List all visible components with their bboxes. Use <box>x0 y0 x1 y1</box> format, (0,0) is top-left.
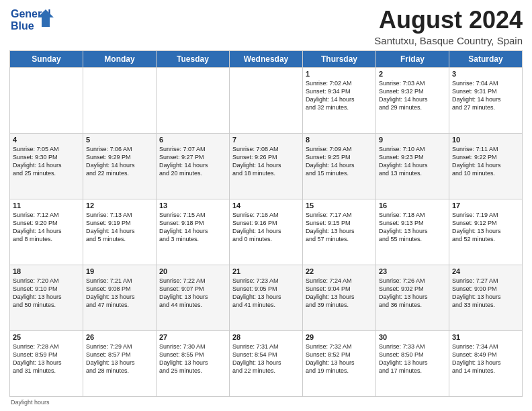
calendar-table: SundayMondayTuesdayWednesdayThursdayFrid… <box>9 50 523 397</box>
calendar-title: August 2024 <box>374 7 523 34</box>
cell-info: Sunrise: 7:07 AM Sunset: 9:27 PM Dayligh… <box>159 145 226 178</box>
cell-info: Sunrise: 7:05 AM Sunset: 9:30 PM Dayligh… <box>13 145 80 178</box>
calendar-cell: 26Sunrise: 7:29 AM Sunset: 8:57 PM Dayli… <box>83 330 157 396</box>
cell-info: Sunrise: 7:34 AM Sunset: 8:49 PM Dayligh… <box>452 342 519 375</box>
cell-day-number: 12 <box>86 201 153 210</box>
cell-day-number: 30 <box>379 333 446 341</box>
calendar-cell: 12Sunrise: 7:13 AM Sunset: 9:19 PM Dayli… <box>83 199 157 265</box>
cell-info: Sunrise: 7:32 AM Sunset: 8:52 PM Dayligh… <box>306 342 373 375</box>
cell-info: Sunrise: 7:09 AM Sunset: 9:25 PM Dayligh… <box>306 145 373 178</box>
cell-day-number: 5 <box>86 136 153 144</box>
day-header-friday: Friday <box>376 50 449 67</box>
cell-day-number: 17 <box>452 201 519 210</box>
calendar-cell: 14Sunrise: 7:16 AM Sunset: 9:16 PM Dayli… <box>230 199 303 265</box>
calendar-cell: 11Sunrise: 7:12 AM Sunset: 9:20 PM Dayli… <box>10 199 83 265</box>
cell-info: Sunrise: 7:31 AM Sunset: 8:54 PM Dayligh… <box>232 342 300 375</box>
cell-info: Sunrise: 7:33 AM Sunset: 8:50 PM Dayligh… <box>379 342 446 375</box>
calendar-cell: 6Sunrise: 7:07 AM Sunset: 9:27 PM Daylig… <box>157 133 230 199</box>
day-header-sunday: Sunday <box>10 50 83 67</box>
cell-day-number: 16 <box>379 201 446 210</box>
cell-info: Sunrise: 7:04 AM Sunset: 9:31 PM Dayligh… <box>452 79 519 112</box>
cell-info: Sunrise: 7:26 AM Sunset: 9:02 PM Dayligh… <box>379 277 446 310</box>
calendar-cell: 24Sunrise: 7:27 AM Sunset: 9:00 PM Dayli… <box>449 265 523 330</box>
footer-note: Daylight hours <box>9 399 523 406</box>
calendar-week-row: 4Sunrise: 7:05 AM Sunset: 9:30 PM Daylig… <box>10 133 523 199</box>
cell-info: Sunrise: 7:13 AM Sunset: 9:19 PM Dayligh… <box>86 211 153 244</box>
calendar-cell: 16Sunrise: 7:18 AM Sunset: 9:13 PM Dayli… <box>376 199 449 265</box>
cell-info: Sunrise: 7:03 AM Sunset: 9:32 PM Dayligh… <box>379 79 446 112</box>
cell-day-number: 2 <box>379 70 446 78</box>
cell-day-number: 10 <box>452 136 519 144</box>
cell-day-number: 26 <box>86 333 153 341</box>
day-header-tuesday: Tuesday <box>157 50 230 67</box>
day-header-thursday: Thursday <box>303 50 376 67</box>
cell-info: Sunrise: 7:06 AM Sunset: 9:29 PM Dayligh… <box>86 145 153 178</box>
cell-info: Sunrise: 7:30 AM Sunset: 8:55 PM Dayligh… <box>159 342 226 375</box>
cell-day-number: 4 <box>13 136 80 144</box>
header: GeneralBlue August 2024 Santutxu, Basque… <box>9 7 523 46</box>
cell-day-number: 13 <box>159 201 226 210</box>
cell-day-number: 8 <box>306 136 373 144</box>
calendar-cell: 20Sunrise: 7:22 AM Sunset: 9:07 PM Dayli… <box>157 265 230 330</box>
cell-info: Sunrise: 7:28 AM Sunset: 8:59 PM Dayligh… <box>13 342 80 375</box>
cell-day-number: 25 <box>13 333 80 341</box>
cell-day-number: 22 <box>306 267 373 275</box>
cell-day-number: 27 <box>159 333 226 341</box>
logo-icon: GeneralBlue <box>9 7 56 34</box>
calendar-week-row: 25Sunrise: 7:28 AM Sunset: 8:59 PM Dayli… <box>10 330 523 396</box>
calendar-cell <box>83 67 157 133</box>
calendar-page: GeneralBlue August 2024 Santutxu, Basque… <box>0 0 532 411</box>
cell-day-number: 19 <box>86 267 153 275</box>
cell-info: Sunrise: 7:22 AM Sunset: 9:07 PM Dayligh… <box>159 277 226 310</box>
cell-info: Sunrise: 7:19 AM Sunset: 9:12 PM Dayligh… <box>452 211 519 244</box>
cell-day-number: 7 <box>232 136 300 144</box>
cell-info: Sunrise: 7:16 AM Sunset: 9:16 PM Dayligh… <box>232 211 300 244</box>
cell-day-number: 6 <box>159 136 226 144</box>
logo: GeneralBlue <box>9 7 56 34</box>
calendar-week-row: 11Sunrise: 7:12 AM Sunset: 9:20 PM Dayli… <box>10 199 523 265</box>
cell-day-number: 9 <box>379 136 446 144</box>
calendar-cell: 9Sunrise: 7:10 AM Sunset: 9:23 PM Daylig… <box>376 133 449 199</box>
calendar-cell: 8Sunrise: 7:09 AM Sunset: 9:25 PM Daylig… <box>303 133 376 199</box>
calendar-cell: 19Sunrise: 7:21 AM Sunset: 9:08 PM Dayli… <box>83 265 157 330</box>
calendar-cell: 1Sunrise: 7:02 AM Sunset: 9:34 PM Daylig… <box>303 67 376 133</box>
cell-day-number: 20 <box>159 267 226 275</box>
cell-day-number: 21 <box>232 267 300 275</box>
calendar-cell: 4Sunrise: 7:05 AM Sunset: 9:30 PM Daylig… <box>10 133 83 199</box>
svg-text:Blue: Blue <box>11 20 34 32</box>
calendar-week-row: 18Sunrise: 7:20 AM Sunset: 9:10 PM Dayli… <box>10 265 523 330</box>
cell-info: Sunrise: 7:29 AM Sunset: 8:57 PM Dayligh… <box>86 342 153 375</box>
calendar-cell: 27Sunrise: 7:30 AM Sunset: 8:55 PM Dayli… <box>157 330 230 396</box>
cell-info: Sunrise: 7:15 AM Sunset: 9:18 PM Dayligh… <box>159 211 226 244</box>
cell-info: Sunrise: 7:02 AM Sunset: 9:34 PM Dayligh… <box>306 79 373 112</box>
cell-day-number: 28 <box>232 333 300 341</box>
calendar-cell: 5Sunrise: 7:06 AM Sunset: 9:29 PM Daylig… <box>83 133 157 199</box>
cell-day-number: 11 <box>13 201 80 210</box>
cell-info: Sunrise: 7:11 AM Sunset: 9:22 PM Dayligh… <box>452 145 519 178</box>
cell-day-number: 31 <box>452 333 519 341</box>
calendar-cell <box>10 67 83 133</box>
calendar-cell: 7Sunrise: 7:08 AM Sunset: 9:26 PM Daylig… <box>230 133 303 199</box>
cell-info: Sunrise: 7:21 AM Sunset: 9:08 PM Dayligh… <box>86 277 153 310</box>
calendar-cell: 17Sunrise: 7:19 AM Sunset: 9:12 PM Dayli… <box>449 199 523 265</box>
calendar-cell <box>157 67 230 133</box>
cell-info: Sunrise: 7:24 AM Sunset: 9:04 PM Dayligh… <box>306 277 373 310</box>
title-block: August 2024 Santutxu, Basque Country, Sp… <box>374 7 523 46</box>
calendar-cell: 15Sunrise: 7:17 AM Sunset: 9:15 PM Dayli… <box>303 199 376 265</box>
day-header-monday: Monday <box>83 50 157 67</box>
calendar-cell: 13Sunrise: 7:15 AM Sunset: 9:18 PM Dayli… <box>157 199 230 265</box>
day-header-wednesday: Wednesday <box>230 50 303 67</box>
calendar-cell: 10Sunrise: 7:11 AM Sunset: 9:22 PM Dayli… <box>449 133 523 199</box>
cell-info: Sunrise: 7:20 AM Sunset: 9:10 PM Dayligh… <box>13 277 80 310</box>
calendar-cell: 28Sunrise: 7:31 AM Sunset: 8:54 PM Dayli… <box>230 330 303 396</box>
day-header-saturday: Saturday <box>449 50 523 67</box>
calendar-cell: 3Sunrise: 7:04 AM Sunset: 9:31 PM Daylig… <box>449 67 523 133</box>
cell-info: Sunrise: 7:10 AM Sunset: 9:23 PM Dayligh… <box>379 145 446 178</box>
calendar-cell: 2Sunrise: 7:03 AM Sunset: 9:32 PM Daylig… <box>376 67 449 133</box>
cell-info: Sunrise: 7:18 AM Sunset: 9:13 PM Dayligh… <box>379 211 446 244</box>
cell-day-number: 29 <box>306 333 373 341</box>
cell-info: Sunrise: 7:27 AM Sunset: 9:00 PM Dayligh… <box>452 277 519 310</box>
calendar-subtitle: Santutxu, Basque Country, Spain <box>374 35 523 46</box>
cell-day-number: 3 <box>452 70 519 78</box>
cell-info: Sunrise: 7:08 AM Sunset: 9:26 PM Dayligh… <box>232 145 300 178</box>
